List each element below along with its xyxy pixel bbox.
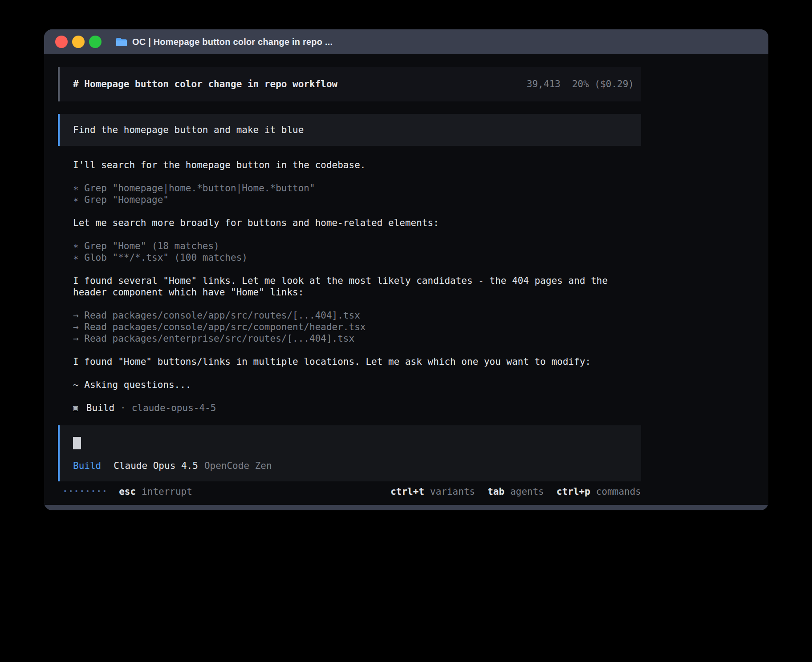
tool-call-read: → Read packages/console/app/src/routes/[… — [73, 310, 641, 321]
tool-call-grep: ∗ Grep "Homepage" — [73, 194, 641, 206]
mode-indicator[interactable]: Build — [73, 460, 101, 472]
tool-call-read: → Read packages/console/app/src/componen… — [73, 321, 641, 333]
model-name: Claude Opus 4.5 — [114, 460, 198, 472]
prompt-input[interactable]: Build Claude Opus 4.5 OpenCode Zen — [58, 425, 641, 481]
terminal-content: # Homepage button color change in repo w… — [44, 54, 768, 505]
provider-name: OpenCode Zen — [204, 460, 272, 472]
spinner-dots: ········ — [62, 486, 107, 497]
tool-call-grep: ∗ Grep "Home" (18 matches) — [73, 240, 641, 252]
text-cursor — [73, 437, 81, 449]
esc-action-label: interrupt — [142, 486, 192, 497]
input-meta: Build Claude Opus 4.5 OpenCode Zen — [73, 460, 628, 472]
tool-call-group: ∗ Grep "Home" (18 matches) ∗ Glob "**/*.… — [73, 240, 641, 263]
tool-call-group: → Read packages/console/app/src/routes/[… — [73, 310, 641, 344]
shortcut-label-commands: commands — [596, 486, 641, 497]
user-message: Find the homepage button and make it blu… — [58, 114, 641, 146]
token-count: 39,413 — [527, 79, 560, 89]
status-bar: ········ esc interrupt ctrl+t variants t… — [58, 486, 641, 497]
zoom-button[interactable] — [89, 36, 102, 48]
desktop: OC | Homepage button color change in rep… — [0, 0, 812, 662]
assistant-text: Let me search more broadly for buttons a… — [73, 217, 641, 229]
shortcut-variants: ctrl+t variants — [390, 486, 475, 497]
agent-status: ▣ Build · claude-opus-4-5 — [73, 402, 641, 414]
working-status: ~ Asking questions... — [73, 379, 641, 391]
assistant-text: I'll search for the homepage button in t… — [73, 159, 641, 171]
agent-name: Build — [86, 402, 114, 414]
agent-model: claude-opus-4-5 — [132, 402, 216, 414]
user-message-text: Find the homepage button and make it blu… — [73, 125, 304, 135]
shortcut-hints: ctrl+t variants tab agents ctrl+p comman… — [390, 486, 641, 497]
tool-call-read: → Read packages/enterprise/src/routes/[.… — [73, 333, 641, 344]
close-button[interactable] — [55, 36, 68, 48]
window-titlebar[interactable]: OC | Homepage button color change in rep… — [44, 29, 768, 54]
tool-call-grep: ∗ Grep "homepage|home.*button|Home.*butt… — [73, 182, 641, 194]
shortcut-key-commands: ctrl+p — [556, 486, 590, 497]
minimize-button[interactable] — [72, 36, 85, 48]
session-title: # Homepage button color change in repo w… — [73, 79, 337, 89]
session-header: # Homepage button color change in repo w… — [58, 67, 641, 101]
window-bottom-frame — [44, 505, 768, 510]
assistant-text: I found "Home" buttons/links in multiple… — [73, 356, 641, 367]
tool-call-glob: ∗ Glob "**/*.tsx" (100 matches) — [73, 252, 641, 263]
shortcut-agents: tab agents — [487, 486, 544, 497]
shortcut-key-variants: ctrl+t — [390, 486, 424, 497]
context-cost: 20% ($0.29) — [572, 79, 634, 89]
shortcut-key-agents: tab — [487, 486, 504, 497]
assistant-text: I found several "Home" links. Let me loo… — [73, 275, 641, 298]
session-column: # Homepage button color change in repo w… — [58, 67, 641, 497]
agent-square-icon: ▣ — [73, 402, 78, 414]
agent-separator: · — [120, 402, 126, 414]
shortcut-label-agents: agents — [510, 486, 544, 497]
shortcut-label-variants: variants — [430, 486, 475, 497]
session-stats: 39,413 20% ($0.29) — [527, 79, 634, 89]
folder-icon — [116, 37, 127, 47]
window-title: OC | Homepage button color change in rep… — [132, 37, 333, 47]
esc-key-hint: esc — [119, 486, 136, 497]
terminal-window: OC | Homepage button color change in rep… — [44, 29, 768, 510]
shortcut-commands: ctrl+p commands — [556, 486, 641, 497]
tool-call-group: ∗ Grep "homepage|home.*button|Home.*butt… — [73, 182, 641, 206]
transcript: I'll search for the homepage button in t… — [73, 159, 641, 414]
traffic-lights — [55, 36, 102, 48]
